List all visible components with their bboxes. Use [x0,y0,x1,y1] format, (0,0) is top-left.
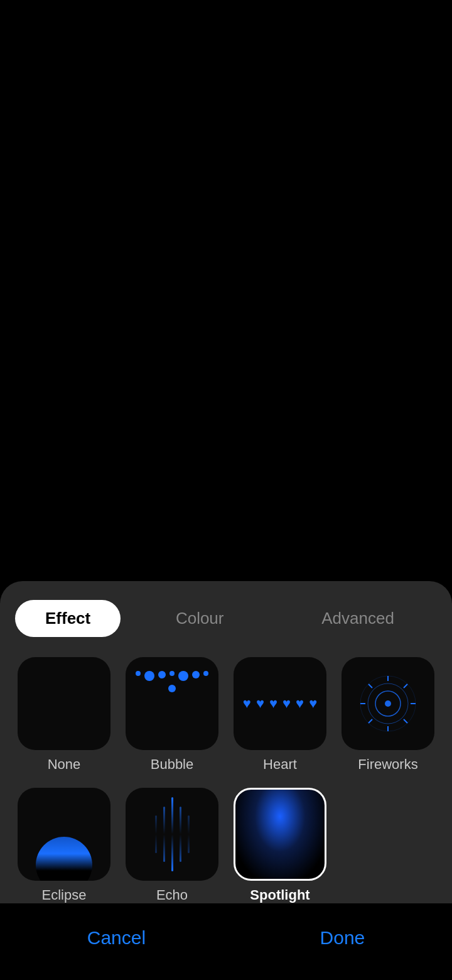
bubble-dot [144,671,154,681]
effect-item-eclipse[interactable]: Eclipse [15,788,113,903]
bubble-dot [168,685,176,692]
svg-line-9 [404,684,407,688]
echo-lines [126,788,218,881]
effect-thumb-echo [126,788,218,881]
bubble-dots [126,665,218,699]
echo-line [163,807,165,863]
effect-label-heart: Heart [263,756,297,773]
done-button[interactable]: Done [282,921,403,955]
heart-icon: ♥ [269,697,277,710]
bubble-dot [203,671,208,676]
bubble-dot [170,671,175,676]
bubble-dot [192,671,200,678]
effect-label-spotlight: Spotlight [250,887,309,903]
effects-grid-row1: None Bubble ♥ [15,657,437,773]
effect-thumb-none [18,657,110,750]
svg-line-7 [369,684,372,688]
cancel-button[interactable]: Cancel [50,921,183,955]
effects-panel: Effect Colour Advanced None [0,581,452,980]
effect-thumb-spotlight [234,788,326,881]
effect-thumb-heart: ♥ ♥ ♥ ♥ ♥ ♥ [234,657,326,750]
heart-icon: ♥ [243,697,251,710]
echo-line [171,797,173,871]
heart-container: ♥ ♥ ♥ ♥ ♥ ♥ [234,657,326,750]
tab-advanced[interactable]: Advanced [279,600,437,637]
effect-thumb-eclipse [18,788,110,881]
effects-grid-row2: Eclipse Echo Spotlight [15,788,437,903]
effect-item-spotlight[interactable]: Spotlight [231,788,329,903]
bubble-dot [136,671,141,676]
heart-icon: ♥ [309,697,317,710]
echo-line [180,807,181,863]
effect-item-none[interactable]: None [15,657,113,773]
effect-item-bubble[interactable]: Bubble [123,657,221,773]
effect-thumb-bubble [126,657,218,750]
bubble-dot [158,671,166,678]
svg-line-10 [369,719,372,723]
heart-icon: ♥ [296,697,304,710]
echo-line [188,815,190,852]
effect-label-fireworks: Fireworks [358,756,417,773]
tab-bar: Effect Colour Advanced [15,600,437,637]
effect-item-echo[interactable]: Echo [123,788,221,903]
bottom-action-bar: Cancel Done [0,903,452,980]
bubble-dot [178,671,188,681]
tab-effect[interactable]: Effect [15,600,121,637]
fireworks-svg [357,672,419,735]
camera-preview [0,0,452,591]
svg-point-11 [385,700,391,707]
echo-line [155,815,157,852]
effect-item-heart[interactable]: ♥ ♥ ♥ ♥ ♥ ♥ Heart [231,657,329,773]
heart-icon: ♥ [256,697,264,710]
effect-label-bubble: Bubble [151,756,194,773]
svg-line-8 [404,719,407,723]
effect-label-eclipse: Eclipse [42,887,87,903]
tab-colour[interactable]: Colour [121,600,279,637]
effect-item-fireworks[interactable]: Fireworks [339,657,437,773]
effect-label-none: None [48,756,81,773]
eclipse-arc [36,837,92,881]
effect-thumb-fireworks [342,657,434,750]
heart-icon: ♥ [282,697,291,710]
effect-label-echo: Echo [156,887,188,903]
